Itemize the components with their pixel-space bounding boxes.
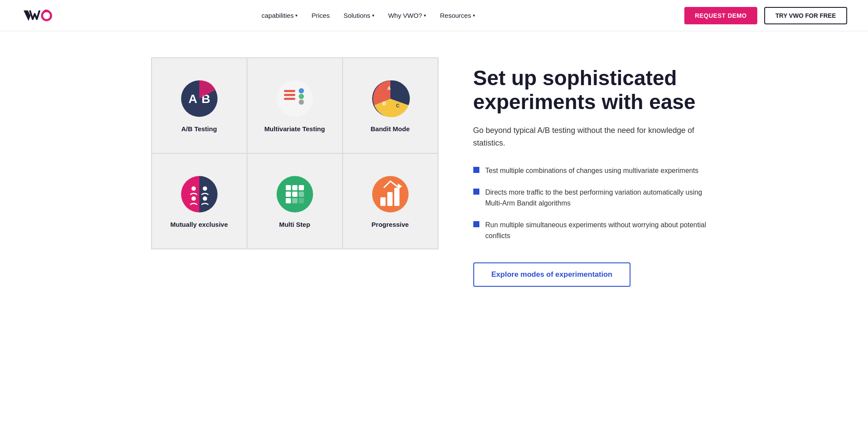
svg-rect-31 — [380, 197, 386, 206]
multistep-icon — [275, 175, 314, 214]
svg-point-9 — [299, 88, 304, 93]
bullet-item-1: Test multiple combinations of changes us… — [473, 165, 717, 176]
svg-point-16 — [191, 186, 196, 191]
right-content: Set up sophisticated experiments with ea… — [473, 57, 717, 287]
svg-point-1 — [43, 12, 50, 19]
multivariate-label: Multivariate Testing — [264, 125, 325, 133]
main-content: A B A/B Testing — [130, 31, 738, 313]
nav-links: capabilities▾ Prices Solutions▾ Why VWO?… — [261, 12, 475, 19]
progressive-icon — [371, 175, 410, 214]
svg-text:C: C — [396, 103, 399, 108]
nav-why-vwo[interactable]: Why VWO?▾ — [388, 12, 426, 19]
nav-solutions[interactable]: Solutions▾ — [343, 12, 374, 19]
bullet-item-2: Directs more traffic to the best perform… — [473, 187, 717, 209]
mutex-label: Mutually exclusive — [170, 221, 228, 228]
ab-testing-icon: A B — [180, 79, 219, 118]
svg-rect-8 — [284, 98, 295, 100]
grid-cell-ab-testing[interactable]: A B A/B Testing — [152, 58, 247, 153]
bullet-item-3: Run multiple simultaneous experiments wi… — [473, 219, 717, 242]
svg-point-19 — [203, 196, 207, 201]
nav-prices[interactable]: Prices — [311, 12, 330, 19]
svg-rect-24 — [286, 192, 291, 197]
svg-text:A: A — [188, 92, 197, 106]
svg-rect-25 — [292, 192, 297, 197]
svg-point-17 — [191, 196, 196, 201]
progressive-label: Progressive — [372, 221, 409, 228]
svg-point-11 — [299, 99, 304, 105]
svg-rect-32 — [387, 192, 393, 206]
navbar: capabilities▾ Prices Solutions▾ Why VWO?… — [0, 0, 868, 31]
bandit-label: Bandit Mode — [371, 125, 410, 133]
svg-rect-33 — [394, 188, 399, 206]
mutually-exclusive-icon — [180, 175, 219, 214]
explore-modes-button[interactable]: Explore modes of experimentation — [473, 262, 631, 287]
grid-cell-bandit[interactable]: A B C Bandit Mode — [343, 58, 438, 153]
svg-rect-23 — [299, 185, 304, 190]
svg-rect-7 — [284, 94, 295, 96]
grid-cell-multivariate[interactable]: Multivariate Testing — [247, 58, 343, 153]
svg-rect-29 — [299, 198, 304, 203]
logo[interactable] — [21, 7, 52, 24]
try-free-button[interactable]: TRY VWO FOR FREE — [764, 7, 847, 24]
svg-rect-28 — [292, 198, 297, 203]
svg-point-10 — [299, 94, 304, 99]
grid-cell-mutex[interactable]: Mutually exclusive — [152, 153, 247, 249]
bullet-square-1 — [473, 167, 479, 173]
multistep-label: Multi Step — [279, 221, 310, 228]
svg-rect-27 — [286, 198, 291, 203]
svg-rect-21 — [286, 185, 291, 190]
experiment-grid: A B A/B Testing — [151, 57, 439, 249]
main-heading: Set up sophisticated experiments with ea… — [473, 66, 717, 114]
grid-cell-progressive[interactable]: Progressive — [343, 153, 438, 249]
bullet-square-2 — [473, 189, 479, 195]
bandit-mode-icon: A B C — [371, 79, 410, 118]
grid-cell-multistep[interactable]: Multi Step — [247, 153, 343, 249]
nav-ctas: REQUEST DEMO TRY VWO FOR FREE — [684, 7, 847, 24]
svg-rect-26 — [299, 192, 304, 197]
svg-rect-22 — [292, 185, 297, 190]
bullet-list: Test multiple combinations of changes us… — [473, 165, 717, 242]
svg-rect-6 — [284, 90, 295, 92]
sub-text: Go beyond typical A/B testing without th… — [473, 124, 717, 149]
svg-text:B: B — [383, 101, 386, 106]
multivariate-icon — [275, 79, 314, 118]
bullet-square-3 — [473, 221, 479, 227]
svg-text:A: A — [387, 86, 391, 91]
svg-point-18 — [203, 186, 207, 191]
nav-resources[interactable]: Resources▾ — [440, 12, 475, 19]
nav-capabilities[interactable]: capabilities▾ — [261, 12, 297, 19]
request-demo-button[interactable]: REQUEST DEMO — [684, 7, 757, 24]
ab-testing-label: A/B Testing — [181, 125, 217, 133]
